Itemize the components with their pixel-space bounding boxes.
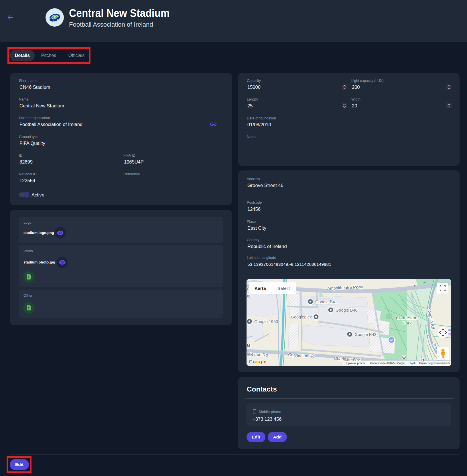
svg-text:o: o <box>253 359 256 365</box>
svg-text:Prijavi pogrešku na karti: Prijavi pogrešku na karti <box>419 361 450 365</box>
svg-text:Satelit: Satelit <box>277 286 290 291</box>
svg-text:G: G <box>249 359 253 365</box>
svg-text:Googleplex: Googleplex <box>291 315 312 319</box>
svg-text:00: 00 <box>247 294 250 298</box>
svg-text:Google 1950: Google 1950 <box>254 319 278 324</box>
svg-text:Tipkovni prečaci: Tipkovni prečaci <box>346 361 366 365</box>
svg-text:e: e <box>264 359 266 365</box>
svg-text:Google B40: Google B40 <box>336 308 358 312</box>
svg-text:g: g <box>259 359 262 365</box>
svg-text:Google B41: Google B41 <box>315 300 337 304</box>
svg-text:0: 0 <box>247 287 248 292</box>
svg-text:Google B43: Google B43 <box>354 332 377 337</box>
svg-text:Uvjeti: Uvjeti <box>409 361 415 365</box>
svg-text:Podaci karte ©2025 Google: Podaci karte ©2025 Google <box>370 361 405 365</box>
svg-text:Park: Park <box>403 320 412 325</box>
svg-text:oo: oo <box>448 327 451 332</box>
svg-text:Karta: Karta <box>255 286 266 291</box>
svg-text:Charleston: Charleston <box>396 315 417 320</box>
svg-text:P: P <box>390 338 393 342</box>
svg-text:o: o <box>256 359 259 365</box>
